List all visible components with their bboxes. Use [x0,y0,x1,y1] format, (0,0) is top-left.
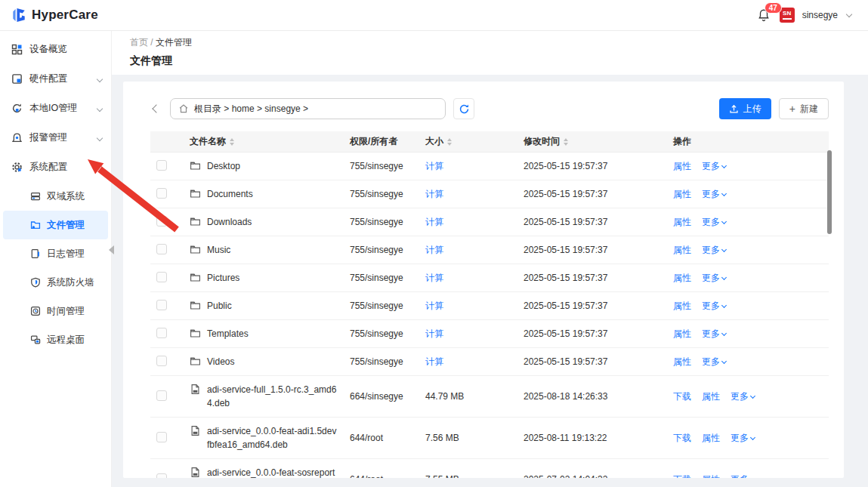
sidebar-item-log-management[interactable]: 日志管理 [3,239,108,268]
action-props-link[interactable]: 属性 [673,328,691,339]
username[interactable]: sinsegye [802,10,838,20]
action-more-link[interactable]: 更多 [731,391,755,402]
path-input[interactable]: 根目录 > home > sinsegye > [170,98,446,119]
row-checkbox[interactable] [156,188,167,199]
file-name[interactable]: Videos [207,355,234,368]
file-name[interactable]: Templates [207,327,249,341]
action-more-link[interactable]: 更多 [702,328,726,339]
action-props-link[interactable]: 属性 [673,217,691,227]
file-management-icon [30,220,41,230]
column-header-size[interactable]: 大小 [425,135,443,148]
file-name[interactable]: Public [207,299,232,313]
sidebar-item-time-management[interactable]: 时间管理 [3,297,108,325]
row-checkbox[interactable] [156,244,167,254]
sort-icon[interactable] [230,138,234,146]
action-more-link[interactable]: 更多 [731,474,755,479]
calc-size-link[interactable]: 计算 [425,245,443,255]
action-props-link[interactable]: 属性 [702,474,720,479]
folder-icon [190,243,201,255]
row-checkbox[interactable] [156,432,167,442]
row-checkbox[interactable] [156,328,167,338]
action-props-link[interactable]: 属性 [673,301,691,311]
table-row: Music755/sinsegye计算2025-05-15 19:57:37属性… [150,236,829,264]
sidebar-item-local-io[interactable]: 本地IO管理 [0,94,111,123]
sidebar-item-alarm[interactable]: 报警管理 [0,123,111,153]
sidebar-item-system-config[interactable]: 系统配置 [0,153,111,182]
column-header-mtime[interactable]: 修改时间 [524,135,560,148]
action-more-link[interactable]: 更多 [731,433,755,443]
sort-icon[interactable] [564,138,568,146]
action-props-link[interactable]: 属性 [702,391,720,402]
scrollbar[interactable] [827,150,832,234]
upload-button[interactable]: 上传 [719,98,771,119]
table-row: Downloads755/sinsegye计算2025-05-15 19:57:… [150,208,829,236]
calc-size-link[interactable]: 计算 [425,273,443,283]
table-header-row: 文件名称 权限/所有者 大小 修改时间 操作 [150,131,829,153]
calc-size-link[interactable]: 计算 [425,217,443,227]
calc-size-link[interactable]: 计算 [425,301,443,311]
sidebar-item-remote-desktop[interactable]: 远程桌面 [3,325,108,354]
notifications-button[interactable]: 47 [755,7,772,23]
row-checkbox[interactable] [156,272,167,282]
action-props-link[interactable]: 属性 [673,273,691,283]
new-button[interactable]: + 新建 [779,98,829,119]
calc-size-link[interactable]: 计算 [425,356,443,367]
action-props-link[interactable]: 属性 [673,245,691,255]
action-props-link[interactable]: 属性 [673,356,691,367]
sidebar-collapse-handle[interactable] [109,245,114,254]
action-download-link[interactable]: 下载 [673,391,691,402]
back-button[interactable] [150,103,162,115]
sidebar-item-label: 系统配置 [29,161,67,174]
action-props-link[interactable]: 属性 [673,189,691,199]
home-icon [178,103,189,114]
calc-size-link[interactable]: 计算 [425,161,443,171]
file-permission: 755/sinsegye [344,292,419,320]
sort-icon[interactable] [447,138,452,146]
file-name[interactable]: Desktop [207,159,240,173]
row-checkbox[interactable] [156,160,167,171]
clock-icon [30,306,41,316]
log-icon [30,248,41,259]
sidebar-item-firewall[interactable]: 系统防火墙 [3,268,108,297]
file-name[interactable]: adi-service_0.0.0-feat-sosreportdev4fdd0… [207,466,338,478]
row-checkbox[interactable] [156,300,167,310]
action-props-link[interactable]: 属性 [673,161,691,171]
row-checkbox[interactable] [156,390,167,401]
refresh-button[interactable] [453,98,474,119]
calc-size-link[interactable]: 计算 [425,189,443,199]
row-checkbox[interactable] [156,356,167,366]
action-download-link[interactable]: 下载 [673,433,691,443]
action-more-link[interactable]: 更多 [702,273,726,283]
page-title: 文件管理 [130,54,850,68]
action-more-link[interactable]: 更多 [702,301,726,311]
sidebar-item-dual-domain[interactable]: 双域系统 [3,182,108,211]
row-checkbox[interactable] [156,216,167,227]
grid-icon [11,44,23,55]
action-download-link[interactable]: 下载 [673,474,691,479]
file-name[interactable]: Downloads [207,215,252,229]
calc-size-link[interactable]: 计算 [425,328,443,339]
action-more-link[interactable]: 更多 [702,161,726,171]
column-header-permission: 权限/所有者 [350,135,397,148]
file-name[interactable]: Documents [207,187,253,201]
action-props-link[interactable]: 属性 [702,433,720,443]
column-header-name[interactable]: 文件名称 [190,135,226,148]
chevron-down-icon[interactable] [846,11,852,17]
breadcrumb-home[interactable]: 首页 [130,37,148,48]
sidebar-item-hardware-config[interactable]: 硬件配置 [0,64,111,94]
avatar[interactable]: SN [780,8,795,23]
file-name[interactable]: adi-service-full_1.5.0-rc.3_amd64.deb [207,383,338,410]
action-more-link[interactable]: 更多 [702,245,726,255]
file-name[interactable]: Pictures [207,271,239,285]
action-more-link[interactable]: 更多 [702,356,726,367]
action-more-link[interactable]: 更多 [702,217,726,227]
sidebar-item-device-overview[interactable]: 设备概览 [0,35,111,64]
action-more-link[interactable]: 更多 [702,189,726,199]
sidebar-item-file-management[interactable]: 文件管理 [3,211,108,239]
file-name[interactable]: Music [207,243,230,257]
chevron-down-icon [721,302,727,307]
upload-label: 上传 [743,103,761,116]
file-name[interactable]: adi-service_0.0.0-feat-adi1.5devfbfea16_… [207,424,338,452]
chevron-down-icon [721,162,727,168]
row-checkbox[interactable] [156,473,167,479]
